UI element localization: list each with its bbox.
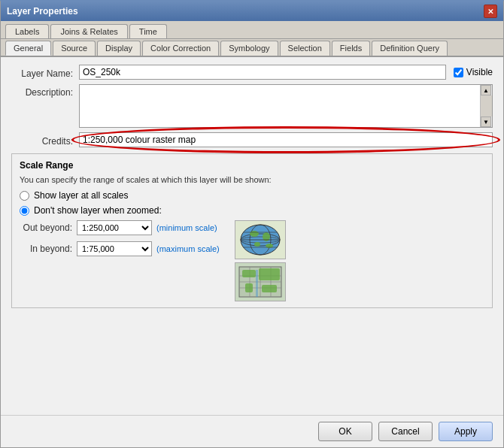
tab-color-correction[interactable]: Color Correction <box>142 41 219 56</box>
second-tab-row: General Source Display Color Correction … <box>1 39 503 57</box>
in-beyond-select[interactable]: 1:75,000 1:50,000 1:25,000 <box>77 241 152 256</box>
title-bar-buttons: ✕ <box>484 5 497 18</box>
close-button[interactable]: ✕ <box>484 5 497 18</box>
footer-area: OK Cancel Apply <box>1 415 503 447</box>
scale-input-group: Out beyond: 1:250,000 1:500,000 1:1,000,… <box>20 220 220 256</box>
top-tab-row: Labels Joins & Relates Time <box>1 21 503 39</box>
radio-all-scales-label: Show layer at all scales <box>34 190 128 201</box>
visible-label: Visible <box>466 67 493 77</box>
layer-properties-window: Layer Properties ✕ Labels Joins & Relate… <box>0 0 504 448</box>
globe-map-icon <box>235 262 286 301</box>
svg-rect-19 <box>259 268 280 280</box>
tab-definition-query[interactable]: Definition Query <box>372 41 448 56</box>
in-beyond-row: In beyond: 1:75,000 1:50,000 1:25,000 (m… <box>20 241 220 256</box>
svg-rect-21 <box>262 285 277 292</box>
radio-all-scales[interactable] <box>20 191 29 201</box>
svg-rect-18 <box>242 270 256 277</box>
content-area: Layer Name: Visible Description: ▲ ▼ Cre… <box>1 57 503 415</box>
visible-checkbox-group: Visible <box>454 67 493 77</box>
scroll-thumb <box>481 95 492 117</box>
globe-map-svg <box>236 264 284 300</box>
globe-area <box>235 220 286 301</box>
svg-rect-22 <box>256 270 258 297</box>
ok-button[interactable]: OK <box>318 422 372 441</box>
description-outer: ▲ ▼ <box>79 84 493 128</box>
svg-point-6 <box>254 242 260 247</box>
in-beyond-hint: (maximum scale) <box>156 244 220 253</box>
description-scrollbar[interactable]: ▲ ▼ <box>480 85 492 127</box>
svg-point-4 <box>250 231 259 237</box>
layer-name-row: Layer Name: Visible <box>11 65 493 80</box>
description-row: Description: ▲ ▼ <box>11 84 493 128</box>
tab-source[interactable]: Source <box>53 41 96 56</box>
description-textarea[interactable] <box>80 85 480 127</box>
out-beyond-label: Out beyond: <box>20 222 72 233</box>
scale-range-title: Scale Range <box>20 160 484 171</box>
layer-name-input[interactable] <box>79 65 446 80</box>
scale-inputs-area: Out beyond: 1:250,000 1:500,000 1:1,000,… <box>20 220 484 301</box>
radio-dont-show[interactable] <box>20 206 29 216</box>
tab-symbology[interactable]: Symbology <box>220 41 278 56</box>
description-label: Description: <box>11 84 79 98</box>
in-beyond-label: In beyond: <box>20 244 72 254</box>
scroll-down-arrow[interactable]: ▼ <box>481 117 491 127</box>
radio-dont-show-label: Don't show layer when zoomed: <box>34 205 162 216</box>
title-bar: Layer Properties ✕ <box>1 2 503 21</box>
window-title: Layer Properties <box>7 6 78 17</box>
layer-name-label: Layer Name: <box>11 66 79 79</box>
tab-general[interactable]: General <box>5 41 51 56</box>
tab-selection[interactable]: Selection <box>280 41 330 56</box>
visible-checkbox[interactable] <box>454 68 463 77</box>
out-beyond-row: Out beyond: 1:250,000 1:500,000 1:1,000,… <box>20 220 220 235</box>
tab-labels[interactable]: Labels <box>5 24 49 38</box>
credits-label: Credits: <box>11 134 79 147</box>
tab-fields[interactable]: Fields <box>332 41 370 56</box>
scale-range-desc: You can specify the range of scales at w… <box>20 175 484 184</box>
scale-range-box: Scale Range You can specify the range of… <box>11 153 493 308</box>
radio-all-scales-row: Show layer at all scales <box>20 190 484 201</box>
apply-button[interactable]: Apply <box>439 422 493 441</box>
globe-world-svg <box>236 222 284 258</box>
out-beyond-select[interactable]: 1:250,000 1:500,000 1:1,000,000 <box>77 220 152 235</box>
out-beyond-hint: (minimum scale) <box>156 223 217 232</box>
scroll-up-arrow[interactable]: ▲ <box>481 85 491 95</box>
tab-time[interactable]: Time <box>129 24 167 38</box>
cancel-button[interactable]: Cancel <box>378 422 433 441</box>
svg-rect-20 <box>245 283 253 292</box>
credits-input[interactable] <box>79 132 493 147</box>
tab-display[interactable]: Display <box>97 41 141 56</box>
globe-world-icon <box>235 220 286 259</box>
credits-row: Credits: <box>11 132 493 147</box>
tab-joins-relates[interactable]: Joins & Relates <box>50 24 127 38</box>
radio-dont-show-row: Don't show layer when zoomed: <box>20 205 484 216</box>
